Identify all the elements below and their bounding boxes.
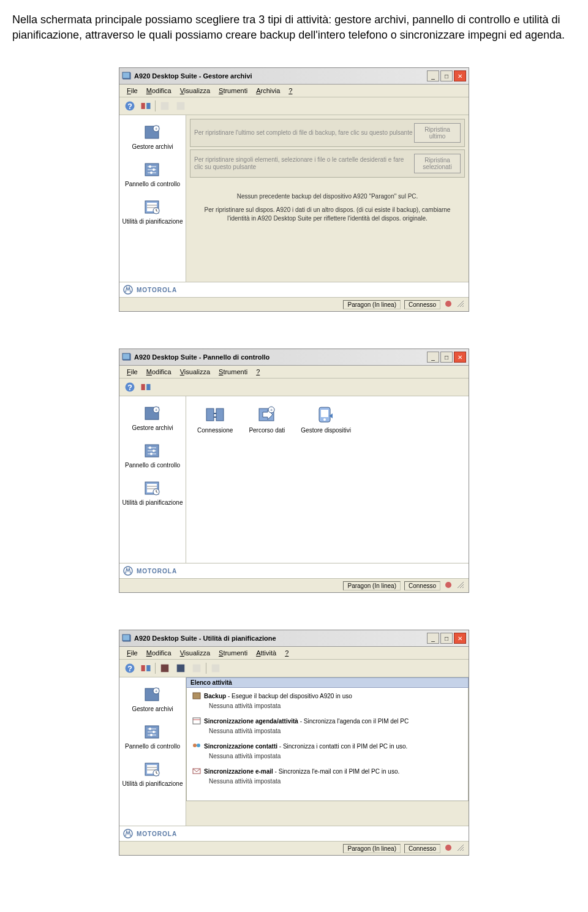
menu-visualizza[interactable]: Visualizza (176, 367, 214, 377)
activity-status: Nessuna attività impostata (192, 750, 463, 759)
menu-help[interactable]: ? (252, 367, 263, 377)
svg-point-97 (197, 744, 200, 747)
resize-grip-icon[interactable] (456, 843, 465, 853)
devices-icon[interactable] (139, 661, 153, 675)
restore-selected-row: Per ripristinare singoli elementi, selez… (190, 149, 465, 178)
tb-btn-3[interactable] (158, 661, 172, 675)
sidebar-item-label: Gestore archivi (132, 706, 173, 712)
control-panel-icon (143, 722, 162, 742)
sidebar-item-pianificazione[interactable]: Utilità di pianificazione (119, 194, 186, 231)
toolbar: ? (119, 97, 469, 115)
devices-icon[interactable] (139, 99, 153, 113)
titlebar[interactable]: A920 Desktop Suite - Gestore archivi _ □… (119, 68, 469, 85)
activity-sync-agenda[interactable]: Sincronizzazione agenda/attività - Sincr… (187, 714, 468, 739)
restore-last-button[interactable]: Ripristina ultimo (414, 123, 461, 143)
sidebar-item-pianificazione[interactable]: Utilità di pianificazione (119, 756, 186, 793)
sidebar: + Gestore archivi Pannello di controllo … (119, 396, 186, 563)
sidebar-item-pianificazione[interactable]: Utilità di pianificazione (119, 475, 186, 512)
svg-point-44 (153, 450, 155, 452)
menu-strumenti[interactable]: Strumenti (215, 367, 251, 377)
svg-point-100 (445, 845, 451, 851)
help-icon[interactable]: ? (123, 661, 137, 675)
brand-bar: MOTOROLA (119, 282, 469, 297)
help-icon[interactable]: ? (123, 99, 137, 113)
svg-point-17 (150, 171, 153, 174)
sidebar-item-gestore-archivi[interactable]: + Gestore archivi (119, 400, 186, 437)
menu-help[interactable]: ? (281, 648, 292, 658)
sidebar: + Gestore archivi Pannello di controllo … (119, 677, 186, 826)
activity-sync-email[interactable]: Sincronizzazione e-mail - Sincronizza l'… (187, 764, 468, 790)
panel-icon-gestore-dispositivi[interactable]: Gestore dispositivi (301, 405, 351, 434)
minimize-button[interactable]: _ (427, 352, 439, 363)
svg-line-103 (462, 850, 464, 851)
menu-file[interactable]: File (123, 367, 141, 377)
panel-icon-percorso-dati[interactable]: + Percorso dati (249, 405, 285, 434)
sidebar-item-pannello-controllo[interactable]: Pannello di controllo (119, 437, 186, 475)
svg-rect-4 (141, 103, 145, 109)
window-pannello-controllo: A920 Desktop Suite - Pannello di control… (119, 349, 469, 593)
menu-file[interactable]: File (123, 648, 141, 658)
titlebar[interactable]: A920 Desktop Suite - Utilità di pianific… (119, 630, 469, 647)
status-icon (444, 581, 453, 590)
control-panel-icon (143, 160, 162, 179)
minimize-button[interactable]: _ (427, 70, 439, 81)
menu-help[interactable]: ? (285, 86, 296, 96)
tb-btn-4[interactable] (174, 661, 187, 675)
statusbar: Paragon (In linea) Connesso (119, 841, 469, 855)
svg-point-83 (149, 728, 151, 730)
sidebar-item-label: Pannello di controllo (125, 743, 180, 750)
resize-grip-icon[interactable] (456, 581, 465, 590)
menu-attivita[interactable]: Attività (252, 648, 280, 658)
close-button[interactable]: ✕ (454, 352, 466, 363)
window-title: A920 Desktop Suite - Pannello di control… (134, 353, 427, 361)
svg-rect-71 (146, 665, 150, 671)
tb-btn-3[interactable] (158, 99, 172, 113)
menu-visualizza[interactable]: Visualizza (176, 86, 214, 96)
menu-modifica[interactable]: Modifica (143, 367, 175, 377)
menu-file[interactable]: File (123, 86, 141, 96)
svg-rect-7 (177, 102, 185, 110)
tb-btn-4[interactable] (174, 99, 187, 113)
titlebar[interactable]: A920 Desktop Suite - Pannello di control… (119, 349, 469, 366)
svg-rect-73 (177, 665, 185, 673)
menu-modifica[interactable]: Modifica (143, 86, 175, 96)
minimize-button[interactable]: _ (427, 633, 439, 644)
svg-point-84 (153, 731, 155, 733)
activity-backup[interactable]: Backup - Esegue il backup del dispositiv… (187, 689, 468, 714)
menu-strumenti[interactable]: Strumenti (215, 648, 251, 658)
close-button[interactable]: ✕ (454, 70, 466, 81)
help-icon[interactable]: ? (123, 380, 137, 394)
close-button[interactable]: ✕ (454, 633, 466, 644)
menu-visualizza[interactable]: Visualizza (176, 648, 214, 658)
svg-rect-93 (193, 693, 200, 699)
maximize-button[interactable]: □ (440, 352, 453, 363)
menu-strumenti[interactable]: Strumenti (215, 86, 251, 96)
status-connected: Connesso (404, 581, 440, 590)
menubar: File Modifica Visualizza Strumenti Archi… (119, 85, 469, 97)
menu-modifica[interactable]: Modifica (143, 648, 175, 658)
menu-archivia[interactable]: Archivia (252, 86, 284, 96)
restore-selected-button[interactable]: Ripristina selezionati (414, 154, 461, 173)
panel-icon-connessione[interactable]: Connessione (197, 405, 233, 434)
maximize-button[interactable]: □ (440, 633, 453, 644)
restore-last-text: Per ripristinare l'ultimo set completo d… (194, 129, 414, 137)
svg-rect-54 (216, 409, 224, 421)
activity-sync-contacts[interactable]: Sincronizzazione contatti - Sincronizza … (187, 739, 468, 764)
tb-btn-5[interactable] (190, 661, 203, 675)
sidebar-item-pannello-controllo[interactable]: Pannello di controllo (119, 718, 186, 756)
sidebar-item-pannello-controllo[interactable]: Pannello di controllo (119, 156, 186, 194)
sidebar-item-label: Pannello di controllo (125, 181, 180, 187)
window-pianificazione: A920 Desktop Suite - Utilità di pianific… (119, 630, 469, 856)
resize-grip-icon[interactable] (456, 300, 465, 309)
status-connected: Connesso (404, 844, 440, 853)
maximize-button[interactable]: □ (440, 70, 453, 81)
toolbar-separator (155, 100, 156, 111)
svg-rect-70 (141, 665, 145, 671)
tb-btn-6[interactable] (209, 661, 222, 675)
restore-selected-text: Per ripristinare singoli elementi, selez… (194, 156, 414, 171)
sidebar-item-gestore-archivi[interactable]: + Gestore archivi (119, 119, 186, 156)
devices-icon[interactable] (139, 380, 153, 394)
sidebar-item-gestore-archivi[interactable]: + Gestore archivi (119, 681, 186, 718)
svg-line-65 (462, 587, 464, 588)
svg-text:+: + (270, 407, 273, 413)
